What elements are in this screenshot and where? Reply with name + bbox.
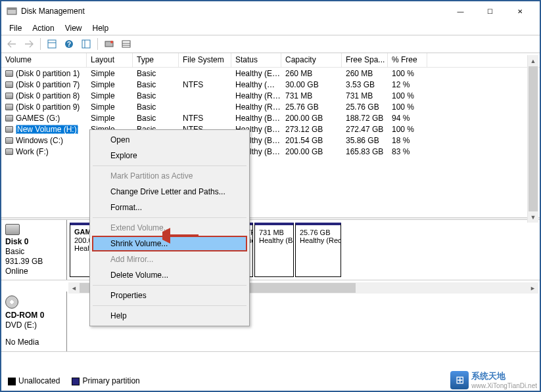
toolbar: ? (1, 35, 540, 53)
col-layout[interactable]: Layout (87, 53, 133, 67)
cm-separator (93, 165, 247, 166)
toolbar-separator (97, 38, 98, 50)
list-scrollbar[interactable]: ▲ ▼ (527, 55, 538, 223)
svg-rect-10 (122, 41, 130, 47)
volume-row[interactable]: (Disk 0 partition 1)SimpleBasicHealthy (… (1, 68, 540, 79)
volume-icon (5, 81, 13, 88)
cm-separator (93, 305, 247, 306)
col-freespace[interactable]: Free Spa... (342, 53, 388, 67)
volume-row[interactable]: (Disk 0 partition 9)SimpleBasicHealthy (… (1, 101, 540, 112)
toolbar-btn-5[interactable] (118, 37, 134, 51)
close-button[interactable]: ✕ (505, 1, 534, 21)
volume-row[interactable]: (Disk 0 partition 7)SimpleBasicNTFSHealt… (1, 79, 540, 90)
svg-text:?: ? (67, 41, 71, 48)
volume-row[interactable]: Windows (C:)SimpleBasicNTFSHealthy (B…20… (1, 135, 540, 146)
scroll-left-icon[interactable]: ◄ (68, 282, 80, 294)
col-volume[interactable]: Volume (1, 53, 87, 67)
svg-rect-1 (7, 8, 16, 10)
cm-properties[interactable]: Properties (92, 288, 247, 303)
col-capacity[interactable]: Capacity (281, 53, 342, 67)
volume-list: Volume Layout Type File System Status Ca… (1, 53, 540, 157)
back-button[interactable] (4, 37, 20, 51)
scroll-thumb[interactable] (529, 66, 538, 211)
help-button[interactable]: ? (61, 37, 77, 51)
legend-primary: Primary partition (72, 376, 139, 385)
volume-row[interactable]: Work (F:)SimpleBasicNTFSHealthy (B…200.0… (1, 146, 540, 157)
scroll-down-icon[interactable]: ▼ (528, 211, 538, 223)
titlebar: Disk Management — ☐ ✕ (1, 1, 540, 21)
cm-explore[interactable]: Explore (92, 148, 247, 163)
volume-row[interactable]: New Volume (H:)SimpleBasicNTFSHealthy (B… (1, 123, 540, 135)
menu-view[interactable]: View (60, 22, 87, 34)
volume-icon (5, 148, 13, 155)
toolbar-btn-4[interactable] (101, 37, 117, 51)
watermark-icon: ⊞ (450, 371, 469, 389)
volume-row[interactable]: (Disk 0 partition 8)SimpleBasicHealthy (… (1, 90, 540, 101)
cdrom-drive: DVD (E:) (5, 320, 62, 330)
menu-file[interactable]: File (4, 22, 27, 34)
cm-separator (93, 285, 247, 286)
cm-delete[interactable]: Delete Volume... (92, 267, 247, 283)
cdrom-row[interactable]: CD-ROM 0 DVD (E:) No Media (1, 292, 540, 352)
cdrom-name: CD-ROM 0 (5, 311, 62, 320)
swatch-blue-icon (72, 378, 80, 385)
volume-icon (5, 126, 13, 133)
cm-mirror: Add Mirror... (92, 251, 247, 267)
legend-unallocated: Unallocated (8, 376, 60, 385)
disk-row-0[interactable]: Disk 0 Basic 931.39 GB Online GAMES (G:)… (1, 220, 540, 280)
cm-format[interactable]: Format... (92, 200, 247, 215)
window-title: Disk Management (21, 7, 446, 16)
menu-help[interactable]: Help (87, 22, 114, 34)
watermark-line1: 系统天地 (471, 370, 537, 382)
volume-icon (5, 93, 13, 99)
col-filesystem[interactable]: File System (179, 53, 231, 67)
disk-status: Online (5, 267, 62, 276)
volume-icon (5, 70, 13, 77)
annotation-arrow-icon (162, 228, 202, 244)
volume-icon (5, 115, 13, 121)
svg-point-9 (110, 41, 113, 43)
cdrom-icon (5, 295, 18, 309)
menubar: File Action View Help (1, 21, 540, 35)
scroll-up-icon[interactable]: ▲ (528, 55, 538, 66)
cm-mark-active: Mark Partition as Active (92, 168, 247, 184)
svg-rect-2 (48, 40, 56, 48)
disk-type: Basic (5, 247, 62, 256)
watermark: ⊞ 系统天地 www.XiTongTianDi.net (450, 370, 537, 389)
legend: Unallocated Primary partition (8, 376, 140, 385)
app-icon (7, 6, 17, 16)
disk-size: 931.39 GB (5, 257, 62, 266)
volume-row[interactable]: GAMES (G:)SimpleBasicNTFSHealthy (B…200.… (1, 112, 540, 123)
watermark-line2: www.XiTongTianDi.net (471, 382, 537, 389)
toolbar-separator (40, 38, 41, 50)
maximize-button[interactable]: ☐ (475, 1, 505, 21)
graphical-view: Disk 0 Basic 931.39 GB Online GAMES (G:)… (1, 220, 540, 352)
disk-name: Disk 0 (5, 237, 62, 246)
volume-icon (5, 137, 13, 144)
cdrom-status: No Media (5, 338, 62, 347)
disk-label: Disk 0 Basic 931.39 GB Online (1, 220, 67, 280)
col-pctfree[interactable]: % Free (388, 53, 427, 67)
cm-help[interactable]: Help (92, 308, 247, 324)
partition[interactable]: 731 MBHealthy (Basic (254, 223, 294, 277)
partition[interactable]: 25.76 GBHealthy (Reco (295, 223, 341, 277)
disk-icon (5, 224, 20, 235)
minimize-button[interactable]: — (446, 1, 475, 21)
scroll-right-icon[interactable]: ► (527, 282, 538, 294)
column-headers: Volume Layout Type File System Status Ca… (1, 53, 540, 68)
cm-open[interactable]: Open (92, 132, 247, 148)
toolbar-btn-3[interactable] (78, 37, 94, 51)
cm-change-letter[interactable]: Change Drive Letter and Paths... (92, 184, 247, 200)
swatch-black-icon (8, 378, 16, 385)
col-status[interactable]: Status (231, 53, 281, 67)
volume-icon (5, 104, 13, 110)
menu-action[interactable]: Action (27, 22, 59, 34)
toolbar-btn-1[interactable] (44, 37, 60, 51)
svg-rect-6 (82, 40, 90, 48)
forward-button[interactable] (21, 37, 37, 51)
cm-separator (93, 217, 247, 218)
cdrom-label: CD-ROM 0 DVD (E:) No Media (1, 292, 67, 351)
col-type[interactable]: Type (133, 53, 179, 67)
